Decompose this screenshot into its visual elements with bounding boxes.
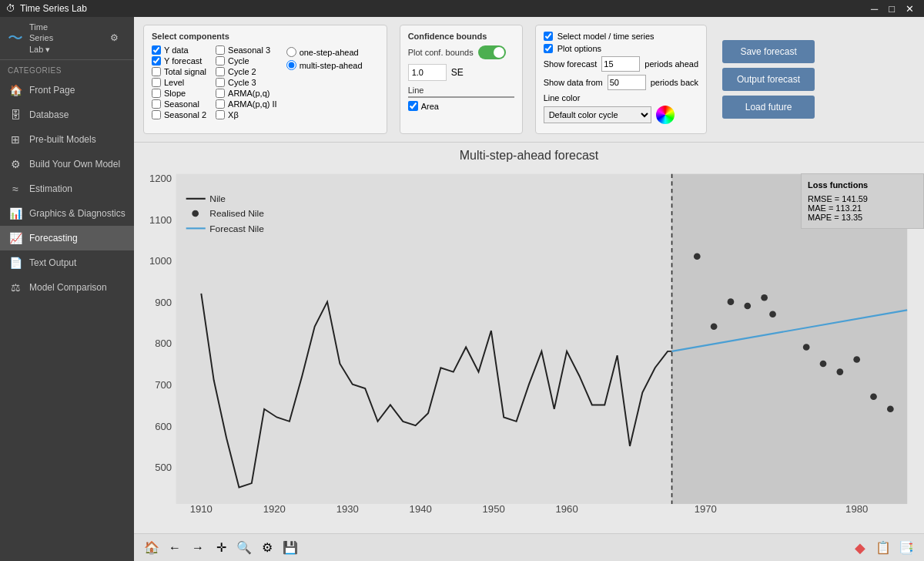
armapq-checkbox[interactable]	[216, 89, 225, 98]
show-data-row: Show data from periods back	[544, 75, 698, 90]
seasonal3-checkbox[interactable]	[216, 45, 225, 55]
multi-step-radio[interactable]	[286, 60, 296, 70]
sidebar-item-estimation[interactable]: ≈ Estimation	[0, 176, 134, 201]
one-step-label: one-step-ahead	[300, 48, 359, 57]
sidebar-item-text-output[interactable]: 📄 Text Output	[0, 250, 134, 275]
output-forecast-button[interactable]: Output forecast	[722, 68, 815, 91]
confidence-bounds-panel: Confidence bounds Plot conf. bounds SE L…	[400, 25, 523, 134]
svg-text:1970: 1970	[695, 503, 717, 515]
select-model-checkbox[interactable]	[544, 32, 553, 41]
sidebar-item-build-your-own-model[interactable]: ⚙ Build Your Own Model	[0, 152, 134, 176]
toolbar-right-btn2[interactable]: 📋	[873, 538, 893, 558]
sidebar-item-model-comparison[interactable]: ⚖ Model Comparison	[0, 275, 134, 300]
pre-built-models-icon: ⊞	[8, 133, 23, 146]
toolbar-right-btn1[interactable]: ◆	[850, 538, 870, 558]
seasonal3-checkbox-row[interactable]: Seasonal 3	[216, 45, 277, 55]
cycle-checkbox-row[interactable]: Cycle	[216, 56, 277, 66]
seasonal2-checkbox-row[interactable]: Seasonal 2	[152, 110, 206, 119]
armapq2-checkbox-row[interactable]: ARMA(p,q) II	[216, 99, 277, 109]
svg-text:1200: 1200	[149, 173, 172, 185]
conf-title: Confidence bounds	[408, 32, 514, 41]
maximize-button[interactable]: □	[885, 3, 899, 15]
level-checkbox[interactable]	[152, 78, 161, 87]
cycle3-checkbox[interactable]	[216, 78, 225, 87]
y-forecast-checkbox[interactable]	[152, 56, 161, 66]
sidebar-item-forecasting[interactable]: 📈 Forecasting	[0, 226, 134, 250]
conf-unit: SE	[451, 67, 464, 78]
seasonal2-checkbox[interactable]	[152, 110, 161, 119]
one-step-radio-row[interactable]: one-step-ahead	[286, 47, 379, 57]
action-buttons: Save forecast Output forecast Load futur…	[719, 25, 818, 134]
chart-area: Multi-step-ahead forecast 1200 1100 1000…	[134, 143, 924, 533]
cycle2-checkbox-row[interactable]: Cycle 2	[216, 67, 277, 76]
mae-value: MAE = 113.21	[808, 203, 917, 213]
color-wheel-picker[interactable]	[656, 106, 675, 124]
toolbar-move-button[interactable]: ✛	[211, 538, 231, 558]
total-signal-checkbox[interactable]	[152, 67, 161, 76]
area-checkbox-row[interactable]: Area	[408, 101, 514, 111]
titlebar: ⏱ Time Series Lab ─ □ ✕	[0, 0, 924, 17]
slope-checkbox-row[interactable]: Slope	[152, 89, 206, 98]
armapq2-checkbox[interactable]	[216, 99, 225, 109]
svg-point-25	[769, 311, 776, 317]
toolbar-back-button[interactable]: ←	[165, 538, 185, 558]
cycle-checkbox[interactable]	[216, 56, 225, 66]
xbeta-checkbox-row[interactable]: Xβ	[216, 110, 277, 119]
y-forecast-checkbox-row[interactable]: Y forecast	[152, 56, 206, 66]
sidebar-item-graphics-diagnostics[interactable]: 📊 Graphics & Diagnostics	[0, 201, 134, 226]
toolbar-settings-button[interactable]: ⚙	[257, 538, 277, 558]
toolbar-right-btn3[interactable]: 📑	[896, 538, 916, 558]
slope-checkbox[interactable]	[152, 89, 161, 98]
sidebar-item-pre-built-models[interactable]: ⊞ Pre-built Models	[0, 127, 134, 152]
svg-text:900: 900	[155, 297, 172, 308]
armapq-checkbox-row[interactable]: ARMA(p,q)	[216, 89, 277, 98]
color-cycle-select[interactable]: Default color cycle	[544, 106, 651, 123]
multi-step-radio-row[interactable]: multi-step-ahead	[286, 60, 379, 70]
cycle2-checkbox[interactable]	[216, 67, 225, 76]
minimize-button[interactable]: ─	[867, 3, 882, 15]
total-signal-checkbox-row[interactable]: Total signal	[152, 67, 206, 76]
svg-text:1950: 1950	[483, 503, 505, 515]
conf-plot-label: Plot conf. bounds	[408, 48, 474, 57]
svg-point-28	[836, 368, 843, 375]
level-checkbox-row[interactable]: Level	[152, 78, 206, 87]
toolbar-save-button[interactable]: 💾	[280, 538, 300, 558]
plot-options-checkbox[interactable]	[544, 44, 553, 53]
y-data-checkbox-row[interactable]: Y data	[152, 45, 206, 55]
show-data-input[interactable]	[608, 75, 646, 90]
model-settings-panel: Select model / time series Plot options …	[535, 25, 707, 134]
chart-main: 1200 1100 1000 900 800 700 600 500 1910 …	[134, 166, 924, 529]
close-button[interactable]: ✕	[902, 3, 918, 15]
front-page-icon: 🏠	[8, 84, 23, 96]
sidebar-item-label: Model Comparison	[29, 282, 107, 293]
svg-point-34	[192, 210, 199, 217]
color-cycle-row: Default color cycle	[544, 106, 698, 124]
save-forecast-button[interactable]: Save forecast	[722, 40, 815, 63]
conf-value-input[interactable]	[408, 64, 447, 81]
xbeta-checkbox[interactable]	[216, 110, 225, 119]
line-section: Line Area	[408, 86, 514, 111]
one-step-radio[interactable]	[286, 47, 296, 57]
seasonal-checkbox[interactable]	[152, 99, 161, 109]
conf-toggle[interactable]	[478, 45, 506, 59]
line-label: Line	[408, 86, 514, 95]
toolbar-forward-button[interactable]: →	[188, 538, 208, 558]
y-data-checkbox[interactable]	[152, 45, 161, 55]
toolbar-home-button[interactable]: 🏠	[142, 538, 162, 558]
area-checkbox[interactable]	[408, 101, 418, 111]
load-future-button[interactable]: Load future	[722, 96, 815, 119]
sidebar-item-front-page[interactable]: 🏠 Front Page	[0, 78, 134, 102]
show-forecast-input[interactable]	[601, 56, 640, 72]
sidebar-item-label: Forecasting	[29, 233, 78, 244]
toolbar-right: ◆ 📋 📑	[850, 538, 916, 558]
sidebar-gear-icon[interactable]: ⚙	[102, 26, 126, 49]
cycle3-checkbox-row[interactable]: Cycle 3	[216, 78, 277, 87]
main-layout: 〜 TimeSeriesLab ▾ ⚙ Categories 🏠 Front P…	[0, 17, 924, 561]
toolbar-search-button[interactable]: 🔍	[234, 538, 254, 558]
svg-text:800: 800	[155, 338, 172, 350]
svg-point-24	[761, 294, 768, 301]
seasonal-checkbox-row[interactable]: Seasonal	[152, 99, 206, 109]
svg-text:Forecast Nile: Forecast Nile	[209, 223, 264, 234]
line-color-row: Line color	[544, 93, 698, 102]
sidebar-item-database[interactable]: 🗄 Database	[0, 102, 134, 127]
